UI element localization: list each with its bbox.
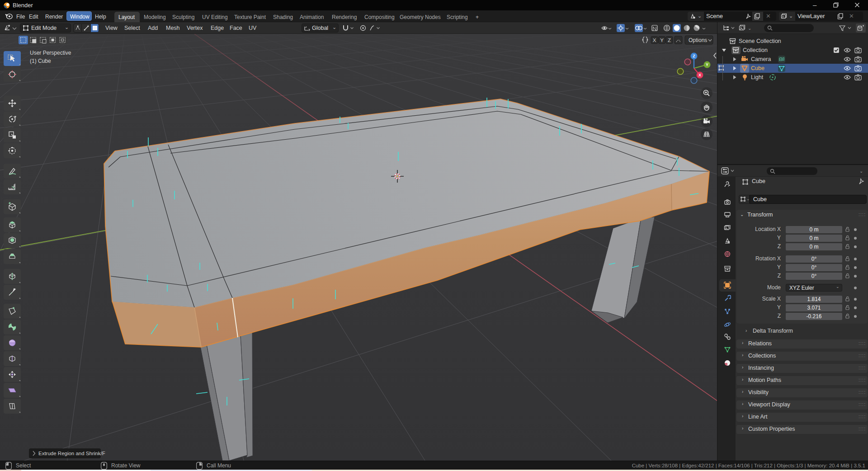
svg-text:Y: Y xyxy=(660,38,664,43)
svg-text:Options: Options xyxy=(689,37,707,43)
svg-text:Z: Z xyxy=(668,38,671,43)
svg-text:(1) Cube: (1) Cube xyxy=(30,58,51,64)
svg-text:Y: Y xyxy=(706,62,708,67)
svg-text:Extrude Region and Shrink/F: Extrude Region and Shrink/F xyxy=(38,451,105,456)
svg-text:X: X xyxy=(698,73,701,77)
svg-text:User Perspective: User Perspective xyxy=(30,50,71,56)
svg-text:X: X xyxy=(653,38,656,43)
svg-text:Z: Z xyxy=(693,54,695,58)
